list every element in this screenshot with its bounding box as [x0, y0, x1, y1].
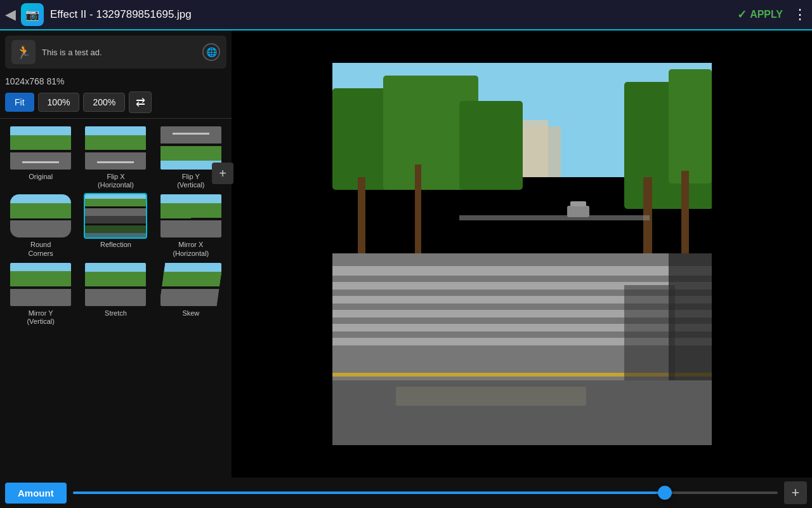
check-icon: ✓ — [737, 8, 747, 22]
effect-thumb-mirrory — [9, 262, 72, 307]
effect-thumb-mirrorx — [159, 193, 223, 239]
settings-button[interactable]: ⇄ — [129, 91, 152, 113]
effect-skew[interactable]: Skew — [155, 262, 226, 326]
effect-label-mirrorx: Mirror X(Horizontal) — [173, 241, 209, 257]
ad-text: This is a test ad. — [42, 48, 196, 57]
left-panel: 🏃 This is a test ad. 🌐 1024x768 81% Fit … — [0, 30, 232, 478]
slider-track — [73, 491, 778, 494]
effect-roundcorners[interactable]: RoundCorners — [5, 193, 76, 257]
add-effect-button[interactable]: + — [212, 163, 233, 184]
svg-rect-7 — [669, 69, 712, 184]
effect-flipx[interactable]: Flip X(Horizontal) — [80, 125, 151, 189]
effects-grid: Original Flip X(Horizontal) — [0, 121, 232, 478]
effect-label-skew: Skew — [182, 309, 199, 318]
effect-mirrory[interactable]: Mirror Y(Vertical) — [5, 262, 76, 326]
svg-rect-11 — [681, 171, 689, 253]
bottom-controls-bar: Amount + — [0, 478, 812, 508]
svg-rect-28 — [570, 201, 586, 206]
divider — [0, 118, 232, 119]
effect-label-flipx: Flip X(Horizontal) — [98, 173, 134, 189]
effect-label-roundcorners: RoundCorners — [29, 241, 53, 257]
preview-panel — [232, 30, 812, 478]
svg-rect-9 — [415, 164, 421, 253]
plus-button[interactable]: + — [784, 481, 807, 504]
main-area: 🏃 This is a test ad. 🌐 1024x768 81% Fit … — [0, 30, 812, 478]
app-icon: 📷 — [21, 3, 44, 26]
svg-rect-8 — [358, 177, 365, 253]
zoom-200-button[interactable]: 200% — [83, 93, 125, 112]
svg-rect-24 — [396, 387, 586, 406]
effect-reflection[interactable]: Reflection — [80, 193, 151, 257]
effect-label-flipy: Flip Y(Vertical) — [177, 173, 204, 189]
ad-banner[interactable]: 🏃 This is a test ad. 🌐 — [5, 36, 226, 69]
effect-mirrorx[interactable]: Mirror X(Horizontal) — [155, 193, 226, 257]
image-info: 1024x768 81% — [0, 74, 232, 89]
amount-slider[interactable] — [73, 486, 778, 499]
effect-thumb-flipx — [84, 125, 147, 171]
zoom-100-button[interactable]: 100% — [38, 93, 80, 112]
effect-thumb-roundcorners — [9, 193, 72, 239]
effect-thumb-stretch — [84, 262, 147, 307]
slider-thumb[interactable] — [658, 486, 672, 500]
effect-thumb-original — [9, 125, 72, 171]
slider-fill — [73, 491, 665, 494]
zoom-controls: Fit 100% 200% ⇄ — [0, 89, 232, 116]
effect-label-stretch: Stretch — [105, 309, 127, 318]
ad-icon: 🏃 — [11, 40, 36, 64]
topbar: ◀ 📷 Effect II - 1329789851695.jpg ✓ APPL… — [0, 0, 812, 30]
ad-globe-icon[interactable]: 🌐 — [202, 43, 220, 61]
effect-thumb-reflection — [84, 193, 147, 239]
svg-rect-2 — [523, 120, 548, 177]
app-title: Effect II - 1329789851695.jpg — [50, 8, 737, 21]
effect-stretch[interactable]: Stretch — [80, 262, 151, 326]
effect-thumb-skew — [159, 262, 223, 307]
svg-rect-5 — [459, 101, 523, 190]
amount-button[interactable]: Amount — [5, 483, 67, 504]
effect-label-reflection: Reflection — [100, 241, 131, 249]
apply-button[interactable]: ✓ APPLY — [737, 8, 783, 22]
back-button[interactable]: ◀ — [5, 6, 16, 23]
zoom-fit-button[interactable]: Fit — [5, 93, 34, 112]
effect-label-original: Original — [29, 173, 53, 181]
preview-image — [332, 63, 712, 445]
apply-label: APPLY — [750, 9, 783, 20]
effect-original[interactable]: Original — [5, 125, 76, 189]
effect-label-mirrory: Mirror Y(Vertical) — [27, 309, 54, 326]
svg-rect-27 — [567, 206, 589, 217]
more-options-button[interactable]: ⋮ — [793, 6, 807, 23]
svg-rect-26 — [459, 215, 650, 220]
